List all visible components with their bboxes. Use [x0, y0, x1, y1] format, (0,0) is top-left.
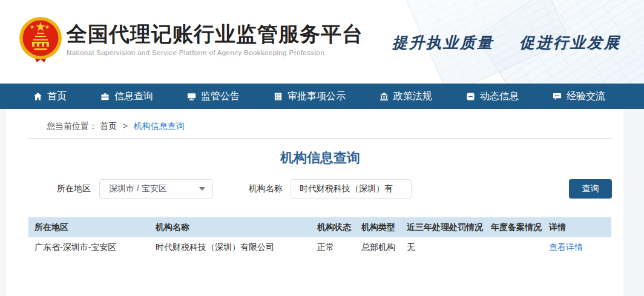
breadcrumb: 您当前位置： 首页 > 机构信息查询: [47, 120, 612, 132]
chevron-down-icon: [199, 187, 205, 191]
nav-item-approval-publicity[interactable]: 审批事项公示: [274, 90, 346, 103]
slogan-right: 促进行业发展: [519, 34, 621, 51]
nav-label: 政策法规: [393, 90, 432, 103]
breadcrumb-prefix: 您当前位置：: [47, 121, 97, 131]
org-name-label: 机构名称: [249, 183, 283, 194]
search-button[interactable]: 查询: [569, 179, 612, 199]
table-row: 广东省-深圳市-宝安区 时代财税科技（深圳）有限公司 正常 总部机构 无 查看详…: [28, 237, 611, 257]
national-emblem-logo: [18, 16, 63, 64]
nav-label: 信息查询: [114, 90, 153, 103]
org-name-input[interactable]: [291, 179, 412, 199]
col-type: 机构类型: [355, 217, 401, 237]
search-form: 所在地区 深圳市 / 宝安区 机构名称 查询: [28, 179, 612, 199]
page-title: 机构信息查询: [28, 151, 612, 165]
col-filing: 年度备案情况: [485, 217, 543, 237]
col-org-name: 机构名称: [150, 217, 311, 237]
cell-status: 正常: [311, 237, 355, 257]
slogan-left: 提升执业质量: [392, 34, 494, 51]
nav-item-info-query[interactable]: 信息查询: [100, 90, 153, 103]
home-icon: [33, 92, 42, 101]
chat-icon: [553, 92, 562, 101]
cell-type: 总部机构: [355, 237, 401, 257]
breadcrumb-divider: [28, 138, 612, 139]
breadcrumb-current: 机构信息查询: [134, 121, 185, 131]
region-select[interactable]: 深圳市 / 宝安区: [99, 179, 213, 199]
nav-label: 审批事项公示: [288, 90, 346, 103]
region-select-value: 深圳市 / 宝安区: [109, 183, 167, 194]
checklist-icon: [274, 92, 283, 101]
cell-region: 广东省-深圳市-宝安区: [28, 237, 150, 257]
cell-filing: [485, 237, 543, 257]
region-label: 所在地区: [57, 183, 91, 194]
main-container: 您当前位置： 首页 > 机构信息查询 机构信息查询 所在地区 深圳市 / 宝安区…: [6, 109, 623, 296]
cell-org-name: 时代财税科技（深圳）有限公司: [150, 237, 311, 257]
header-slogan: 提升执业质量促进行业发展: [392, 33, 621, 53]
nav-item-dynamic-info[interactable]: 动态信息: [466, 90, 519, 103]
table-header-row: 所在地区 机构名称 机构状态 机构类型 近三年处理处罚情况 年度备案情况 详情: [28, 217, 611, 237]
nav-item-supervision-notice[interactable]: 监管公告: [187, 90, 240, 103]
col-status: 机构状态: [311, 217, 355, 237]
breadcrumb-home-link[interactable]: 首页: [100, 121, 117, 131]
col-penalty: 近三年处理处罚情况: [401, 217, 485, 237]
results-table: 所在地区 机构名称 机构状态 机构类型 近三年处理处罚情况 年度备案情况 详情 …: [28, 217, 611, 257]
view-detail-link[interactable]: 查看详情: [549, 242, 583, 252]
monitor-icon: [187, 92, 196, 101]
bank-icon: [380, 92, 389, 101]
site-subtitle: National Supervision and Service Platfor…: [67, 49, 363, 56]
briefcase-icon: [100, 92, 110, 101]
nav-label: 经验交流: [567, 90, 605, 103]
cell-detail: 查看详情: [543, 237, 611, 257]
col-detail: 详情: [543, 217, 611, 237]
nav-item-home[interactable]: 首页: [33, 90, 67, 103]
nav-label: 动态信息: [480, 90, 519, 103]
nav-label: 监管公告: [201, 90, 240, 103]
main-nav: 首页 信息查询 监管公告 审批事项公示 政策法规 动态信息 经验交流: [0, 84, 644, 109]
nav-item-policies[interactable]: 政策法规: [380, 90, 432, 103]
nav-item-experience-exchange[interactable]: 经验交流: [553, 90, 605, 103]
site-header: 全国代理记账行业监管服务平台 National Supervision and …: [0, 0, 644, 84]
minus-square-icon: [466, 92, 475, 101]
col-region: 所在地区: [28, 217, 150, 237]
breadcrumb-separator: >: [123, 121, 128, 131]
nav-label: 首页: [47, 90, 67, 103]
cell-penalty: 无: [401, 237, 485, 257]
site-title: 全国代理记账行业监管服务平台: [67, 22, 363, 46]
